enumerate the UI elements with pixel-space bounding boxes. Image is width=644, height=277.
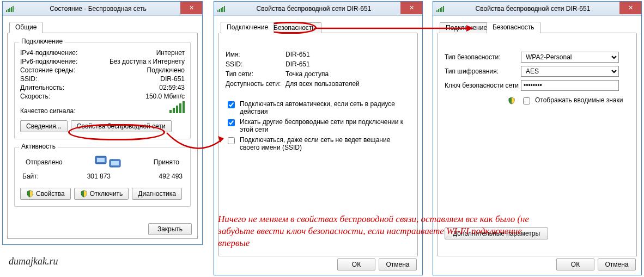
ipv4-value: Интернет bbox=[156, 49, 185, 57]
security-key-input[interactable] bbox=[521, 80, 619, 91]
shield-icon bbox=[80, 190, 88, 198]
svg-rect-2 bbox=[97, 158, 105, 162]
tab-connection[interactable]: Подключение bbox=[221, 22, 274, 33]
autoconnect-checkbox[interactable] bbox=[228, 101, 235, 108]
properties-button[interactable]: Свойства bbox=[20, 188, 71, 200]
close-window-button[interactable]: Закрыть bbox=[148, 223, 192, 235]
window-title: Свойства беспроводной сети DIR-651 bbox=[227, 5, 422, 13]
security-key-label: Ключ безопасности сети bbox=[445, 82, 521, 89]
nettype-label: Тип сети: bbox=[226, 70, 285, 78]
ipv4-label: IPv4-подключение: bbox=[20, 49, 77, 57]
tab-security[interactable]: Безопасность bbox=[268, 22, 321, 33]
bytes-label: Байт: bbox=[22, 173, 39, 180]
encryption-type-select[interactable]: AES bbox=[521, 66, 619, 77]
disable-button[interactable]: Отключить bbox=[74, 188, 129, 200]
speed-label: Скорость: bbox=[20, 93, 50, 100]
availability-value: Для всех пользователей bbox=[285, 80, 411, 88]
titlebar: Свойства беспроводной сети DIR-651 ✕ bbox=[433, 2, 641, 16]
security-type-select[interactable]: WPA2-Personal bbox=[521, 52, 619, 63]
tabstrip: Подключение Безопасность bbox=[220, 21, 417, 33]
ok-button[interactable]: ОК bbox=[337, 258, 375, 270]
media-label: Состояние среды: bbox=[20, 66, 75, 74]
wifi-signal-icon bbox=[217, 5, 225, 12]
cancel-button[interactable]: Отмена bbox=[379, 258, 417, 270]
lookother-label: Искать другие беспроводные сети при подк… bbox=[240, 118, 411, 133]
titlebar: Состояние - Беспроводная сеть ✕ bbox=[3, 2, 202, 16]
tab-connection[interactable]: Подключение bbox=[440, 22, 493, 33]
disable-button-label: Отключить bbox=[90, 190, 123, 198]
security-type-label: Тип безопасности: bbox=[445, 53, 521, 61]
window-title: Состояние - Беспроводная сеть bbox=[16, 5, 202, 13]
close-button[interactable]: ✕ bbox=[180, 2, 202, 14]
group-activity: Активность bbox=[19, 143, 58, 150]
shield-icon bbox=[508, 97, 515, 104]
ipv6-label: IPv6-подключение: bbox=[20, 58, 77, 65]
sent-label: Отправлено bbox=[26, 158, 63, 166]
received-label: Принято bbox=[154, 158, 179, 166]
close-button[interactable]: ✕ bbox=[400, 2, 422, 14]
ssid-label: SSID: bbox=[20, 75, 37, 83]
name-label: Имя: bbox=[226, 51, 285, 58]
shield-icon bbox=[26, 190, 34, 198]
show-chars-label: Отображать вводимые знаки bbox=[535, 96, 623, 104]
group-connection: Подключение bbox=[19, 38, 65, 45]
wifi-signal-icon bbox=[436, 5, 444, 12]
cancel-button[interactable]: Отмена bbox=[598, 258, 636, 270]
titlebar: Свойства беспроводной сети DIR-651 ✕ bbox=[214, 2, 422, 16]
autoconnect-label: Подключаться автоматически, если сеть в … bbox=[240, 100, 411, 115]
nettype-value: Точка доступа bbox=[285, 70, 411, 78]
signal-quality-label: Качество сигнала: bbox=[20, 107, 75, 115]
tab-security[interactable]: Безопасность bbox=[487, 22, 540, 33]
bytes-sent: 301 873 bbox=[39, 173, 159, 180]
details-button[interactable]: Сведения... bbox=[20, 120, 68, 132]
props-security-window: Свойства беспроводной сети DIR-651 ✕ Под… bbox=[433, 1, 642, 275]
svg-rect-3 bbox=[111, 161, 119, 165]
name-value: DIR-651 bbox=[285, 51, 411, 58]
ssid-label: SSID: bbox=[226, 60, 285, 68]
encryption-type-label: Тип шифрования: bbox=[445, 67, 521, 75]
close-button[interactable]: ✕ bbox=[619, 2, 641, 14]
hidden-ssid-checkbox[interactable] bbox=[228, 137, 235, 144]
media-value: Подключено bbox=[147, 66, 185, 74]
monitors-icon bbox=[94, 154, 121, 170]
speed-value: 150.0 Мбит/c bbox=[145, 93, 185, 100]
props-connection-window: Свойства беспроводной сети DIR-651 ✕ Под… bbox=[214, 1, 423, 275]
show-chars-checkbox[interactable] bbox=[523, 97, 530, 104]
bytes-recv: 492 493 bbox=[159, 173, 183, 180]
duration-value: 02:59:43 bbox=[159, 84, 185, 91]
tabstrip: Общие bbox=[8, 21, 197, 33]
availability-label: Доступность сети: bbox=[226, 80, 285, 88]
hidden-ssid-label: Подключаться, даже если сеть не ведет ве… bbox=[240, 136, 411, 151]
duration-label: Длительность: bbox=[20, 84, 64, 91]
watermark: dumajkak.ru bbox=[9, 256, 58, 267]
signal-bars-icon bbox=[169, 101, 185, 113]
wireless-props-button[interactable]: Свойства беспроводной сети bbox=[71, 120, 172, 132]
ok-button[interactable]: ОК bbox=[556, 258, 594, 270]
ipv6-value: Без доступа к Интернету bbox=[110, 58, 185, 65]
ssid-value: DIR-651 bbox=[285, 60, 411, 68]
advanced-params-button[interactable]: Дополнительные параметры bbox=[445, 227, 548, 239]
ssid-value: DIR-651 bbox=[160, 75, 185, 83]
diagnostics-button[interactable]: Диагностика bbox=[132, 188, 182, 200]
tab-general[interactable]: Общие bbox=[9, 22, 42, 33]
lookother-checkbox[interactable] bbox=[228, 119, 235, 126]
properties-button-label: Свойства bbox=[36, 190, 65, 198]
wifi-signal-icon bbox=[6, 5, 14, 12]
status-window: Состояние - Беспроводная сеть ✕ Общие По… bbox=[2, 1, 203, 245]
tabstrip: Подключение Безопасность bbox=[439, 21, 636, 33]
window-title: Свойства беспроводной сети DIR-651 bbox=[446, 5, 641, 13]
